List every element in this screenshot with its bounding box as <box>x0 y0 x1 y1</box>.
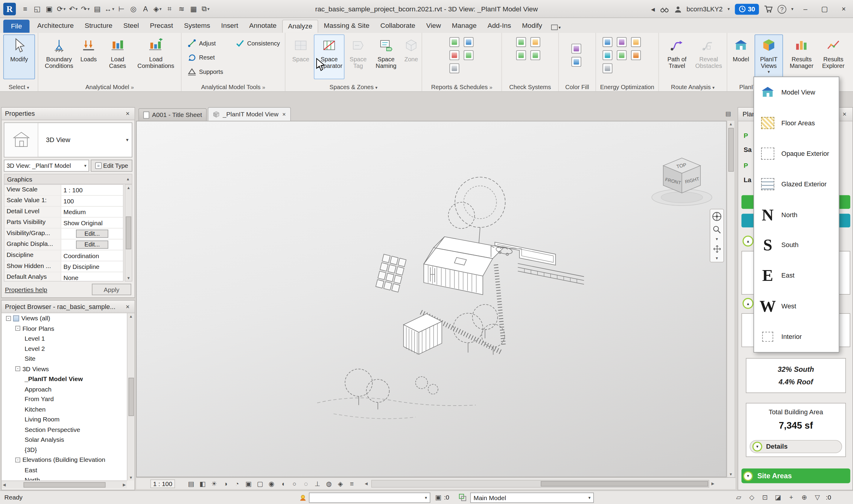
properties-close-icon[interactable]: × <box>124 110 131 118</box>
worksets-combo[interactable]: ▾ <box>309 493 430 503</box>
material-takeoff-icon[interactable] <box>464 37 474 47</box>
ribbon-tab-precast[interactable]: Precast <box>144 20 179 33</box>
check-pipe-systems-icon[interactable] <box>531 50 540 60</box>
scroll-thumb[interactable] <box>541 481 708 486</box>
property-value[interactable]: None <box>61 272 123 282</box>
schedules-icon[interactable] <box>449 37 459 47</box>
sync-icon[interactable]: ⟳▾ <box>56 3 67 15</box>
duct-legend-icon[interactable] <box>571 44 581 54</box>
signed-in-user[interactable]: bcorn3LKY2 <box>687 5 723 13</box>
caret-down-icon[interactable]: ▾ <box>112 6 114 11</box>
detail-level-icon[interactable]: ▤ <box>186 479 196 488</box>
tree-expander-icon[interactable]: - <box>15 366 20 371</box>
path-of-travel-button[interactable]: Path of Travel <box>663 34 691 79</box>
maximize-button[interactable]: ▢ <box>817 2 832 16</box>
pipe-legend-icon[interactable] <box>571 57 581 67</box>
tree-item-section-perspective[interactable]: Section Perspective <box>1 425 127 435</box>
select-by-face-icon[interactable]: ◪ <box>774 493 783 502</box>
browser-vscrollbar[interactable]: ▲▼ <box>127 313 135 480</box>
drag-on-selection-icon[interactable]: + <box>786 493 796 502</box>
results-manager-button[interactable]: Results Manager <box>787 34 816 79</box>
measure-icon[interactable]: ↔▾ <box>104 3 115 15</box>
edit-button[interactable]: Edit... <box>76 230 108 238</box>
view-scale-button[interactable]: 1 : 100 <box>150 479 175 488</box>
scroll-thumb[interactable] <box>23 482 105 487</box>
pan-icon[interactable] <box>713 242 721 254</box>
panel-label-route-analysis[interactable]: Route Analysis▾ <box>659 84 727 90</box>
default-3d-view-icon[interactable]: ◈▾ <box>152 3 163 15</box>
note-block-icon[interactable] <box>464 50 474 60</box>
graphics-section-header[interactable]: Graphics▴ <box>4 174 132 184</box>
ribbon-tab-steel[interactable]: Steel <box>118 20 144 33</box>
panel-label-analytical-model-tools[interactable]: Analytical Model Tools» <box>182 84 285 90</box>
tree-item-floor-plans[interactable]: -Floor Plans <box>1 323 127 334</box>
ribbon-tab-view[interactable]: View <box>421 20 446 33</box>
collapse-section-icon[interactable]: ▴ <box>743 298 754 309</box>
caret-down-icon[interactable]: ▾ <box>159 6 162 11</box>
ribbon-options-icon[interactable]: ▾ <box>551 24 561 33</box>
cart-icon[interactable] <box>764 5 772 13</box>
edit-button[interactable]: Edit... <box>76 240 108 249</box>
tree-item-level-1[interactable]: Level 1 <box>1 334 127 344</box>
menu-item-south[interactable]: SSouth <box>754 230 839 260</box>
caret-down-icon[interactable]: ▾ <box>87 6 89 11</box>
scroll-thumb[interactable] <box>128 378 134 416</box>
help-icon[interactable]: ? <box>778 5 786 14</box>
consistency-button[interactable]: Consistency <box>234 37 283 49</box>
properties-help-link[interactable]: Properties help <box>5 286 47 293</box>
site-areas-header[interactable]: ▾ Site Areas <box>741 468 850 483</box>
save-icon[interactable]: ▣ <box>44 3 55 15</box>
close-button[interactable]: × <box>837 2 851 16</box>
collapse-infocenter-icon[interactable]: ◀ <box>651 6 655 12</box>
ribbon-tab-analyze[interactable]: Analyze <box>282 20 319 33</box>
space-separator-button[interactable]: Space Separator <box>314 34 344 79</box>
canvas-hscrollbar[interactable] <box>371 480 709 488</box>
worksharing-display-icon[interactable]: ≡ <box>348 479 357 488</box>
panel-label-analytical-model[interactable]: Analytical Model» <box>38 84 181 90</box>
tree-item-kitchen[interactable]: Kitchen <box>1 404 127 414</box>
browser-hscrollbar[interactable]: ◀▶ <box>1 480 127 488</box>
thin-lines-icon[interactable]: ≋ <box>176 3 187 15</box>
check-circuits-icon[interactable] <box>516 37 526 47</box>
tree-item-elevations-building-elevation[interactable]: -Elevations (Building Elevation <box>1 455 127 465</box>
details-button[interactable]: ▾ Details <box>750 440 842 453</box>
reveal-obstacles-button[interactable]: Reveal Obstacles <box>694 34 724 79</box>
navbar-caret-icon[interactable]: ▾ <box>716 237 718 241</box>
view-tabs-menu-icon[interactable]: ▤ <box>725 110 731 118</box>
lock-3d-view-icon[interactable]: ◉ <box>267 479 276 488</box>
type-selector-caret-icon[interactable]: ▾ <box>126 137 132 143</box>
energy-settings-icon[interactable] <box>617 37 626 47</box>
lighting-analysis-icon[interactable] <box>631 50 641 60</box>
render-dialog-icon[interactable]: ◔ <box>232 479 242 488</box>
show-crop-region-icon[interactable]: ▢ <box>255 479 265 488</box>
menu-item-east[interactable]: EEast <box>754 260 839 291</box>
ribbon-tab-manage[interactable]: Manage <box>446 20 482 33</box>
property-value[interactable]: Medium <box>61 207 123 217</box>
property-value[interactable]: Edit... <box>61 229 123 239</box>
caret-down-icon[interactable]: ▾ <box>75 6 77 11</box>
design-options-icon[interactable] <box>458 493 467 502</box>
tree-item-planit-model-view[interactable]: _PlanIT Model View <box>1 374 127 384</box>
worksets-icon[interactable] <box>299 493 307 502</box>
panel-label-select[interactable]: Select▾ <box>0 84 38 90</box>
supports-button[interactable]: Supports <box>186 66 230 77</box>
tree-expander-icon[interactable]: - <box>6 316 11 321</box>
menu-item-interior[interactable]: Interior <box>754 322 839 352</box>
canvas-hscroll-right-icon[interactable]: ▶ <box>711 481 714 486</box>
visual-style-icon[interactable]: ◧ <box>198 479 207 488</box>
tree-item-east[interactable]: East <box>1 465 127 475</box>
panel-label-spaces-zones[interactable]: Spaces & Zones▾ <box>285 84 422 90</box>
loads-button[interactable]: Loads <box>76 34 101 79</box>
results-explorer-button[interactable]: Results Explorer <box>819 34 848 79</box>
menu-item-glazed-exterior[interactable]: Glazed Exterior <box>754 169 839 199</box>
canvas-vscrollbar[interactable]: ▲▼ <box>727 121 734 478</box>
trial-days-badge[interactable]: 30 <box>735 4 759 15</box>
property-value[interactable]: Edit... <box>61 239 123 250</box>
filter-icon[interactable]: ▽ <box>813 493 822 502</box>
caret-down-icon[interactable]: ▾ <box>64 6 66 11</box>
properties-scrollbar[interactable]: ▲▼ <box>125 184 132 282</box>
property-value[interactable]: Show Original <box>61 217 123 228</box>
close-view-tab-icon[interactable]: × <box>282 111 286 118</box>
adjust-button[interactable]: Adjust <box>186 37 230 49</box>
shadows-icon[interactable]: ◑ <box>221 479 230 488</box>
